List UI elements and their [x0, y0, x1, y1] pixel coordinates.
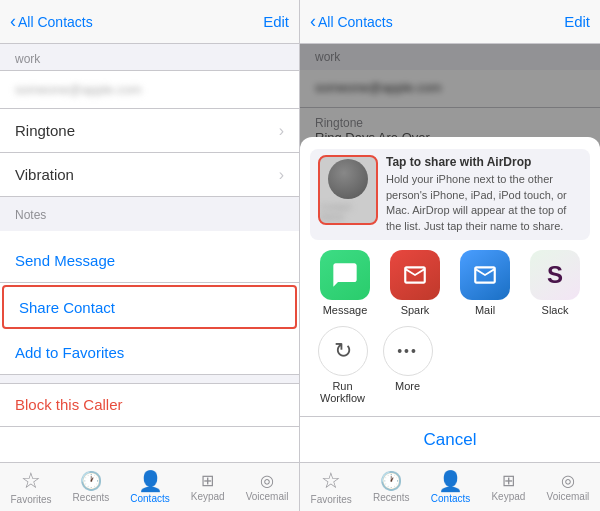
right-contacts-label: Contacts: [431, 493, 470, 504]
left-send-message-row[interactable]: Send Message: [0, 239, 299, 283]
contacts-label: Contacts: [130, 493, 169, 504]
spark-icon: [390, 250, 440, 300]
slack-label: Slack: [542, 304, 569, 316]
block-label: Block this Caller: [15, 396, 123, 413]
run-workflow-item[interactable]: ↻ Run Workflow: [318, 326, 368, 404]
right-tab-favorites[interactable]: ☆ Favorites: [311, 470, 352, 505]
voicemail-icon: ◎: [260, 473, 274, 489]
right-keypad-icon: ⊞: [502, 473, 515, 489]
right-keypad-label: Keypad: [491, 491, 525, 502]
left-tab-bar: ☆ Favorites 🕐 Recents 👤 Contacts ⊞ Keypa…: [0, 462, 299, 511]
right-tab-bar: ☆ Favorites 🕐 Recents 👤 Contacts ⊞ Keypa…: [300, 462, 600, 511]
add-favorites-label: Add to Favorites: [15, 344, 124, 361]
spacer1: [448, 326, 508, 404]
left-spacer: [0, 375, 299, 383]
cancel-button[interactable]: Cancel: [300, 416, 600, 462]
recents-icon: 🕐: [80, 472, 102, 490]
left-share-contact-row[interactable]: Share Contact: [2, 285, 297, 329]
contacts-icon: 👤: [138, 471, 163, 491]
back-chevron-icon: ‹: [10, 11, 16, 32]
left-add-favorites-row[interactable]: Add to Favorites: [0, 331, 299, 375]
right-favorites-icon: ☆: [321, 470, 341, 492]
right-tab-voicemail[interactable]: ◎ Voicemail: [547, 473, 590, 502]
airdrop-avatar: [328, 159, 368, 199]
right-back-chevron-icon: ‹: [310, 11, 316, 32]
mail-icon: [460, 250, 510, 300]
recents-label: Recents: [73, 492, 110, 503]
right-panel: ‹ All Contacts Edit work someone@apple.c…: [300, 0, 600, 511]
share-contact-label: Share Contact: [19, 299, 115, 316]
share-sheet: Contact Name Tap to share with AirDrop H…: [300, 137, 600, 462]
right-back-label: All Contacts: [318, 14, 393, 30]
left-panel: ‹ All Contacts Edit work someone@apple.c…: [0, 0, 300, 511]
airdrop-title: Tap to share with AirDrop: [386, 155, 582, 169]
ringtone-label: Ringtone: [15, 122, 75, 139]
message-label: Message: [323, 304, 368, 316]
right-voicemail-icon: ◎: [561, 473, 575, 489]
app-icons-row: Message Spark: [310, 250, 590, 316]
right-recents-icon: 🕐: [380, 472, 402, 490]
left-notes-section: Notes: [0, 197, 299, 231]
app-message[interactable]: Message: [320, 250, 370, 316]
more-item[interactable]: ••• More: [383, 326, 433, 404]
vibration-label: Vibration: [15, 166, 74, 183]
spacer2: [523, 326, 583, 404]
airdrop-card[interactable]: Contact Name: [318, 155, 378, 225]
message-icon: [320, 250, 370, 300]
second-row: ↻ Run Workflow ••• More: [310, 326, 590, 404]
left-tab-favorites[interactable]: ☆ Favorites: [10, 470, 51, 505]
right-nav-bar: ‹ All Contacts Edit: [300, 0, 600, 44]
left-nav-bar: ‹ All Contacts Edit: [0, 0, 299, 44]
left-ringtone-row[interactable]: Ringtone ›: [0, 109, 299, 153]
email-value: someone@apple.com: [15, 82, 142, 97]
right-tab-keypad[interactable]: ⊞ Keypad: [491, 473, 525, 502]
notes-label: Notes: [15, 208, 46, 222]
left-tab-contacts[interactable]: 👤 Contacts: [130, 471, 169, 504]
left-content: work someone@apple.com Ringtone › Vibrat…: [0, 44, 299, 462]
vibration-chevron-icon: ›: [279, 166, 284, 184]
favorites-label: Favorites: [10, 494, 51, 505]
app-spark[interactable]: Spark: [390, 250, 440, 316]
more-icon: •••: [383, 326, 433, 376]
run-workflow-icon: ↻: [318, 326, 368, 376]
send-message-label: Send Message: [15, 252, 115, 269]
left-back-button[interactable]: ‹ All Contacts: [10, 11, 93, 32]
run-workflow-label: Run Workflow: [320, 380, 365, 404]
mail-label: Mail: [475, 304, 495, 316]
right-back-button[interactable]: ‹ All Contacts: [310, 11, 393, 32]
left-tab-keypad[interactable]: ⊞ Keypad: [191, 473, 225, 502]
more-label: More: [395, 380, 420, 392]
left-section-work: work: [0, 44, 299, 71]
cancel-label: Cancel: [424, 430, 477, 450]
left-vibration-row[interactable]: Vibration ›: [0, 153, 299, 197]
airdrop-contact-name: Contact Name: [320, 202, 376, 222]
left-email-row: someone@apple.com: [0, 71, 299, 109]
app-mail[interactable]: Mail: [460, 250, 510, 316]
share-sheet-content: Contact Name Tap to share with AirDrop H…: [300, 137, 600, 404]
airdrop-body: Hold your iPhone next to the other perso…: [386, 172, 582, 234]
airdrop-section: Contact Name Tap to share with AirDrop H…: [310, 149, 590, 240]
right-tab-contacts[interactable]: 👤 Contacts: [431, 471, 470, 504]
voicemail-label: Voicemail: [246, 491, 289, 502]
right-contacts-icon: 👤: [438, 471, 463, 491]
right-recents-label: Recents: [373, 492, 410, 503]
favorites-icon: ☆: [21, 470, 41, 492]
slack-icon: S: [530, 250, 580, 300]
keypad-label: Keypad: [191, 491, 225, 502]
airdrop-info: Tap to share with AirDrop Hold your iPho…: [386, 155, 582, 234]
right-edit-button[interactable]: Edit: [564, 13, 590, 30]
left-edit-button[interactable]: Edit: [263, 13, 289, 30]
right-favorites-label: Favorites: [311, 494, 352, 505]
right-tab-recents[interactable]: 🕐 Recents: [373, 472, 410, 503]
keypad-icon: ⊞: [201, 473, 214, 489]
left-back-label: All Contacts: [18, 14, 93, 30]
spark-label: Spark: [401, 304, 430, 316]
right-content: work someone@apple.com Ringtone Ring Day…: [300, 44, 600, 462]
left-tab-voicemail[interactable]: ◎ Voicemail: [246, 473, 289, 502]
right-voicemail-label: Voicemail: [547, 491, 590, 502]
left-tab-recents[interactable]: 🕐 Recents: [73, 472, 110, 503]
left-block-row[interactable]: Block this Caller: [0, 383, 299, 427]
app-slack[interactable]: S Slack: [530, 250, 580, 316]
ringtone-chevron-icon: ›: [279, 122, 284, 140]
